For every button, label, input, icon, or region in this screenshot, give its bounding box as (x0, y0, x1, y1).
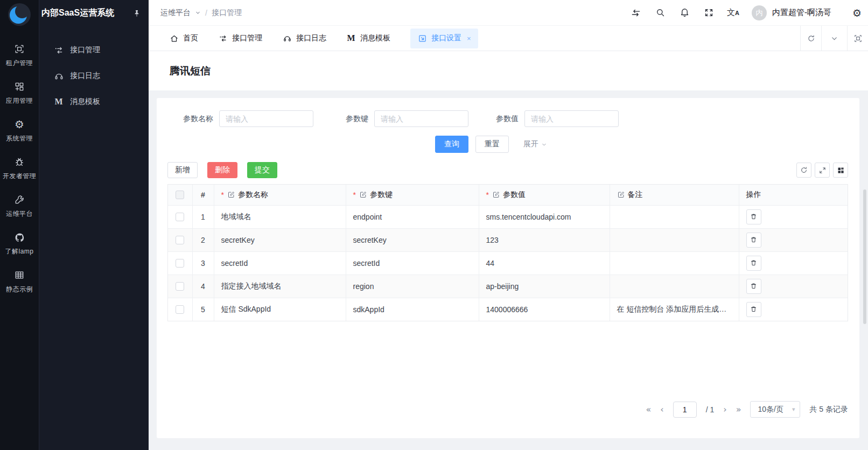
cell-key[interactable]: sdkAppId (346, 298, 479, 321)
rail-item-label: 开发者管理 (3, 172, 37, 181)
cell-remark[interactable] (610, 228, 739, 251)
cell-remark[interactable]: 在 短信控制台 添加应用后生成的实... (610, 298, 739, 321)
expand-toggle[interactable]: 展开 (523, 139, 547, 149)
column-settings-button[interactable] (833, 163, 848, 178)
sidebar-item-label: 消息模板 (70, 97, 100, 107)
user-menu[interactable]: 内 内置超管-啊汤哥 (752, 5, 831, 20)
column-key: * 参数键 (346, 185, 479, 205)
avatar: 内 (752, 5, 767, 20)
table-fullscreen-button[interactable] (815, 163, 830, 178)
tab-api-manage[interactable]: 接口管理 (218, 33, 262, 43)
cell-key[interactable]: region (346, 275, 479, 298)
sidebar-item-api-manage[interactable]: 接口管理 (39, 37, 149, 63)
edit-icon (617, 191, 625, 199)
apps-icon (13, 81, 25, 93)
sidebar-item-message-template[interactable]: M 消息模板 (39, 89, 149, 115)
rail-item-lamp[interactable]: 了解lamp (0, 229, 39, 258)
table-row[interactable]: 5 短信 SdkAppId sdkAppId 1400006666 在 短信控制… (168, 298, 848, 321)
table-row[interactable]: 1 地域域名 endpoint sms.tencentcloudapi.com (168, 205, 848, 228)
submit-button[interactable]: 提交 (247, 162, 277, 178)
edit-icon (359, 191, 367, 199)
rail-item-ops[interactable]: 运维平台 (0, 192, 39, 221)
rail-item-label: 租户管理 (6, 59, 33, 68)
tab-api-log[interactable]: 接口日志 (282, 33, 326, 43)
search-icon[interactable] (654, 7, 666, 19)
app-logo-icon[interactable] (8, 3, 31, 26)
add-button[interactable]: 新增 (167, 162, 198, 178)
cell-key[interactable]: endpoint (346, 205, 479, 228)
scrollbar[interactable] (863, 189, 866, 324)
pin-icon[interactable] (132, 9, 141, 18)
filter-field-name: 参数名称 (183, 110, 313, 127)
param-name-input[interactable] (219, 110, 313, 127)
cell-remark[interactable] (610, 275, 739, 298)
delete-row-button[interactable] (746, 233, 761, 248)
row-checkbox[interactable] (176, 259, 184, 268)
current-page-input[interactable]: 1 (673, 402, 697, 418)
close-icon[interactable]: × (467, 34, 471, 43)
breadcrumb-section[interactable]: 运维平台 (160, 8, 191, 18)
app-title: 内部SaaS运营系统 (41, 8, 114, 19)
param-key-input[interactable] (374, 110, 468, 127)
bell-icon[interactable] (678, 7, 690, 19)
refresh-table-button[interactable] (796, 163, 811, 178)
delete-row-button[interactable] (746, 256, 761, 271)
cell-name[interactable]: secretKey (214, 228, 346, 251)
first-page-button[interactable]: « (646, 404, 651, 414)
delete-button[interactable]: 删除 (207, 162, 237, 178)
fullscreen-icon[interactable] (703, 7, 715, 19)
trash-icon (750, 305, 758, 313)
prev-page-button[interactable]: ‹ (660, 404, 663, 414)
rail-item-apps[interactable]: 应用管理 (0, 79, 39, 108)
swap-icon[interactable] (630, 7, 642, 19)
rail-item-developer[interactable]: 开发者管理 (0, 154, 39, 183)
content-fullscreen-button[interactable] (847, 26, 868, 51)
select-all-checkbox[interactable] (176, 191, 184, 199)
cell-name[interactable]: 短信 SdkAppId (214, 298, 346, 321)
page-size-select[interactable]: 10条/页 ▾ (750, 401, 800, 418)
tab-home[interactable]: 首页 (169, 33, 198, 43)
reset-button[interactable]: 重置 (475, 136, 509, 153)
cell-value[interactable]: ap-beijing (479, 275, 610, 298)
edit-icon (227, 191, 235, 199)
search-button[interactable]: 查询 (435, 136, 468, 153)
row-checkbox[interactable] (176, 213, 184, 221)
last-page-button[interactable]: » (736, 404, 741, 414)
delete-row-button[interactable] (746, 302, 761, 317)
github-icon (13, 231, 25, 243)
next-page-button[interactable]: › (723, 404, 726, 414)
rail-item-tenant[interactable]: 租户管理 (0, 41, 39, 70)
rail-item-system[interactable]: ⚙ 系统管理 (0, 116, 39, 145)
cell-value[interactable]: 123 (479, 228, 610, 251)
cell-value[interactable]: 1400006666 (479, 298, 610, 321)
tab-api-settings[interactable]: 接口设置 × (410, 29, 478, 48)
sidebar-item-api-log[interactable]: 接口日志 (39, 63, 149, 89)
trash-icon (750, 259, 758, 267)
delete-row-button[interactable] (746, 279, 761, 294)
table-row[interactable]: 2 secretKey secretKey 123 (168, 228, 848, 251)
row-checkbox[interactable] (176, 282, 184, 291)
cell-key[interactable]: secretId (346, 251, 479, 275)
param-value-input[interactable] (524, 110, 619, 127)
tab-message-template[interactable]: M 消息模板 (346, 33, 390, 43)
table-row[interactable]: 3 secretId secretId 44 (168, 251, 848, 275)
gear-icon[interactable]: ⚙ (852, 7, 862, 19)
chevron-down-icon[interactable] (195, 10, 201, 16)
translate-icon[interactable]: 文A (727, 8, 739, 18)
row-checkbox[interactable] (176, 236, 184, 244)
column-index: # (192, 185, 214, 205)
row-checkbox[interactable] (176, 305, 184, 314)
tabs-dropdown-button[interactable] (821, 26, 847, 51)
table-row[interactable]: 4 指定接入地域域名 region ap-beijing (168, 275, 848, 298)
cell-key[interactable]: secretKey (346, 228, 479, 251)
delete-row-button[interactable] (746, 209, 761, 224)
cell-value[interactable]: sms.tencentcloudapi.com (479, 205, 610, 228)
cell-value[interactable]: 44 (479, 251, 610, 275)
cell-name[interactable]: 地域域名 (214, 205, 346, 228)
cell-name[interactable]: secretId (214, 251, 346, 275)
cell-name[interactable]: 指定接入地域域名 (214, 275, 346, 298)
cell-remark[interactable] (610, 251, 739, 275)
cell-remark[interactable] (610, 205, 739, 228)
refresh-tabs-button[interactable] (800, 26, 821, 51)
rail-item-static[interactable]: 静态示例 (0, 267, 39, 296)
